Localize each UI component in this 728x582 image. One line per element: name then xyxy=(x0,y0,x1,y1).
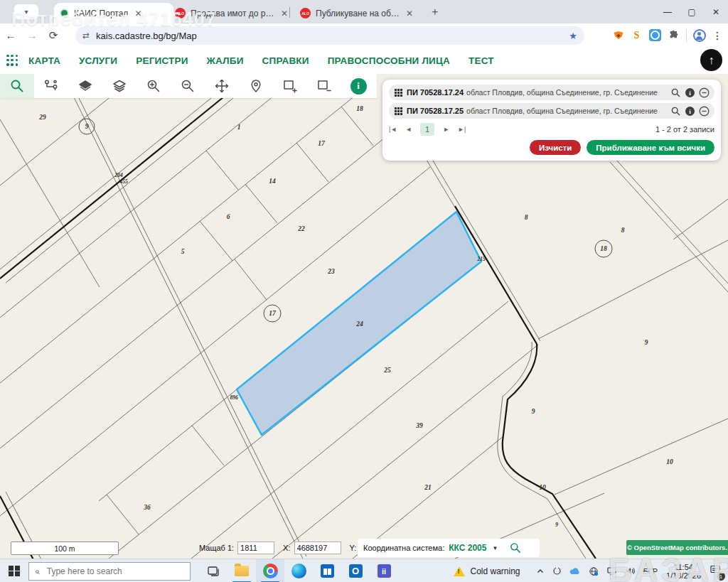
network-globe-icon[interactable] xyxy=(589,566,599,576)
weather-text[interactable]: Cold warning xyxy=(471,566,520,576)
page-current[interactable]: 1 xyxy=(420,123,434,136)
store-button[interactable] xyxy=(313,559,341,582)
nav-karta[interactable]: КАРТА xyxy=(28,55,60,66)
parcel-label: 1 xyxy=(237,124,241,131)
page-last-icon[interactable]: ►| xyxy=(458,126,466,133)
zoom-out-tool-icon[interactable] xyxy=(171,74,205,98)
back-icon[interactable]: ← xyxy=(0,29,21,41)
page-next-icon[interactable]: ► xyxy=(443,126,449,133)
reload-icon[interactable]: ⟳ xyxy=(43,29,64,42)
tray-app-icon[interactable] xyxy=(552,566,562,576)
crs-label: Координатна система: xyxy=(363,544,444,552)
results-summary: 1 - 2 от 2 записи xyxy=(655,125,714,134)
result-info-icon[interactable]: i xyxy=(684,105,696,117)
zoom-box-in-icon[interactable] xyxy=(273,74,307,98)
chrome-button[interactable] xyxy=(256,559,284,582)
parcel-label: 215 xyxy=(476,256,486,262)
onedrive-cloud-icon[interactable] xyxy=(569,567,581,576)
nav-pravosposobni-litsa[interactable]: ПРАВОСПОСОБНИ ЛИЦА xyxy=(328,55,450,66)
task-view-button[interactable] xyxy=(199,559,228,582)
scale-input[interactable] xyxy=(237,541,274,554)
zoom-to-result-icon[interactable] xyxy=(670,87,682,99)
windows-logo-icon xyxy=(9,566,20,577)
chevron-down-icon[interactable]: ▼ xyxy=(492,545,498,551)
taskbar-clock[interactable]: 11:54 1/18/2026 xyxy=(666,563,701,580)
metamask-extension-icon[interactable] xyxy=(612,29,624,41)
coordinate-search-icon[interactable] xyxy=(509,541,522,554)
edge-button[interactable] xyxy=(284,559,313,582)
page-prev-icon[interactable]: ◄ xyxy=(405,126,412,133)
file-explorer-button[interactable] xyxy=(228,559,256,582)
x-coordinate-input[interactable] xyxy=(294,541,341,554)
nav-test[interactable]: ТЕСТ xyxy=(469,55,494,66)
blue-extension-icon[interactable] xyxy=(649,29,661,41)
weather-warning-icon[interactable] xyxy=(454,566,465,576)
scroll-top-button[interactable]: ↑ xyxy=(700,49,722,71)
start-button[interactable] xyxy=(0,559,28,582)
remove-result-icon[interactable] xyxy=(698,105,710,117)
volume-icon[interactable] xyxy=(625,566,636,576)
tab-alo-2[interactable]: ALO Публикуване на обява - Прод ✕ xyxy=(294,3,422,23)
result-row-2[interactable]: ПИ 70528.17.25 област Пловдив, община Съ… xyxy=(389,103,714,119)
taskbar-search[interactable]: ⌕ xyxy=(28,562,191,581)
tray-expand-icon[interactable] xyxy=(536,567,545,576)
language-indicator[interactable]: БГР xyxy=(643,567,658,576)
omnibox[interactable]: ⇄ kais.cadastre.bg/bg/Map ★ xyxy=(75,26,584,45)
zoom-to-all-button[interactable]: Приближаване към всички xyxy=(587,140,714,155)
zoom-box-out-icon[interactable] xyxy=(307,74,341,98)
site-settings-icon[interactable]: ⇄ xyxy=(82,31,89,41)
layers-filled-icon[interactable] xyxy=(68,74,102,98)
parcel-label: 9 xyxy=(85,123,89,130)
window-close-button[interactable]: ✕ xyxy=(704,0,728,23)
nav-spravki[interactable]: СПРАВКИ xyxy=(262,55,309,66)
taskbar-search-input[interactable] xyxy=(46,566,169,577)
nav-registri[interactable]: РЕГИСТРИ xyxy=(136,55,188,66)
nav-uslugi[interactable]: УСЛУГИ xyxy=(79,55,117,66)
profile-avatar-icon[interactable] xyxy=(693,29,706,42)
tab-title: Публикуване на обява - Прод xyxy=(316,9,400,18)
window-minimize-button[interactable]: — xyxy=(655,0,680,23)
remove-result-icon[interactable] xyxy=(698,87,710,99)
forward-icon[interactable]: → xyxy=(21,29,43,41)
extensions-puzzle-icon[interactable] xyxy=(668,29,680,41)
tab-search-button[interactable]: ▾ xyxy=(14,4,38,19)
window-maximize-button[interactable]: ▢ xyxy=(680,0,704,23)
browser-menu-icon[interactable]: ⋮ xyxy=(712,30,722,41)
url-text[interactable]: kais.cadastre.bg/bg/Map xyxy=(96,31,569,41)
crs-select[interactable]: ККС 2005 xyxy=(449,543,486,553)
tab-alo-1[interactable]: ALO Продава имот до регулация в ✕ xyxy=(169,3,296,23)
result-info-icon[interactable]: i xyxy=(684,87,696,99)
parcel-label: 39 xyxy=(415,422,423,429)
page-first-icon[interactable]: |◄ xyxy=(389,126,397,133)
zoom-to-result-icon[interactable] xyxy=(670,105,682,117)
search-tool-button[interactable] xyxy=(0,74,34,98)
info-tool-button[interactable]: i xyxy=(341,74,375,98)
zoom-in-tool-icon[interactable] xyxy=(136,74,171,98)
clear-button[interactable]: Изчисти xyxy=(530,140,581,155)
parcel-label: 204 xyxy=(114,172,123,178)
teams-button[interactable]: ii xyxy=(370,559,398,582)
nav-zhalbi[interactable]: ЖАЛБИ xyxy=(207,55,244,66)
parcel-grid-icon xyxy=(395,89,402,97)
tab-close-icon[interactable]: ✕ xyxy=(281,9,288,18)
address-bar: ← → ⟳ ⇄ kais.cadastre.bg/bg/Map ★ S ⋮ xyxy=(0,23,728,47)
tab-kais[interactable]: КАИС Портал ✕ xyxy=(54,3,173,23)
tab-close-icon[interactable]: ✕ xyxy=(406,9,413,18)
parcel-label: 24 xyxy=(355,320,363,328)
new-tab-button[interactable]: ＋ xyxy=(429,5,440,18)
sitemap-tool-icon[interactable] xyxy=(34,74,68,98)
apps-grid-icon[interactable] xyxy=(6,55,18,67)
osm-attribution[interactable]: © OpenStreetMap contributors. xyxy=(626,540,728,555)
outlook-button[interactable]: O xyxy=(341,559,370,582)
location-pin-icon[interactable] xyxy=(239,74,273,98)
ethernet-icon[interactable] xyxy=(606,566,617,576)
bookmark-star-icon[interactable]: ★ xyxy=(569,31,577,41)
notification-center-button[interactable]: 1 xyxy=(710,564,721,578)
layers-stack-icon[interactable] xyxy=(102,74,136,98)
pan-tool-icon[interactable] xyxy=(205,74,239,98)
tab-divider xyxy=(289,7,290,18)
tab-strip: ▾ КАИС Портал ✕ ALO Продава имот до регу… xyxy=(0,0,728,23)
tab-close-icon[interactable]: ✕ xyxy=(134,9,141,18)
s-extension-icon[interactable]: S xyxy=(631,29,643,41)
result-row-1[interactable]: ПИ 70528.17.24 област Пловдив, община Съ… xyxy=(389,85,714,100)
